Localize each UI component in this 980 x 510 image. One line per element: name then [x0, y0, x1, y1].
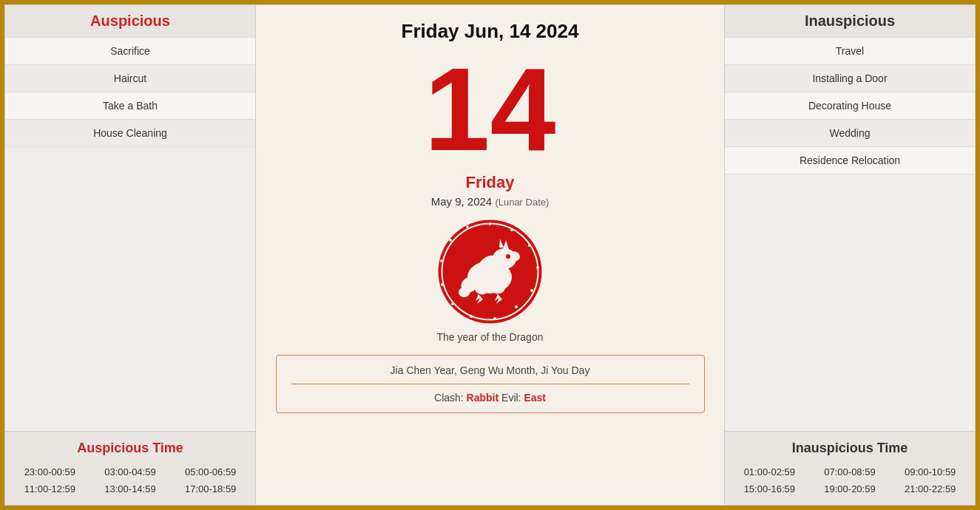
- lunar-date: May 9, 2024 (Lunar Date): [431, 195, 550, 208]
- left-panel: Auspicious SacrificeHaircutTake a BathHo…: [4, 4, 256, 506]
- inauspicious-time-grid: 01:00-02:5907:00-08:5909:00-10:5915:00-1…: [731, 465, 969, 496]
- time-cell: 03:00-04:59: [92, 465, 169, 479]
- info-line2: Clash: Rabbit Evil: East: [291, 392, 689, 404]
- svg-point-18: [510, 228, 513, 231]
- clash-value: Rabbit: [467, 392, 499, 404]
- list-item: Haircut: [5, 65, 255, 92]
- time-cell: 23:00-00:59: [11, 465, 89, 479]
- zodiac-label: The year of the Dragon: [437, 331, 544, 343]
- date-title: Friday Jun, 14 2024: [402, 20, 579, 43]
- day-name: Friday: [465, 173, 514, 192]
- auspicious-time-section: Auspicious Time 23:00-00:5903:00-04:5905…: [5, 431, 255, 505]
- time-cell: 21:00-22:59: [891, 482, 969, 496]
- svg-point-20: [536, 266, 539, 269]
- lunar-label: (Lunar Date): [495, 197, 549, 208]
- clash-label: Clash:: [434, 392, 464, 404]
- time-cell: 07:00-08:59: [811, 465, 889, 479]
- auspicious-time-grid: 23:00-00:5903:00-04:5905:00-06:5911:00-1…: [11, 465, 249, 496]
- list-item: Installing a Door: [725, 65, 975, 92]
- auspicious-header: Auspicious: [5, 5, 255, 38]
- time-cell: 19:00-20:59: [811, 482, 889, 496]
- svg-point-25: [451, 302, 454, 305]
- svg-point-12: [506, 254, 510, 259]
- inauspicious-section: Inauspicious TravelInstalling a DoorDeco…: [725, 5, 975, 431]
- svg-point-22: [515, 305, 518, 308]
- auspicious-section: Auspicious SacrificeHaircutTake a BathHo…: [5, 5, 255, 431]
- time-cell: 11:00-12:59: [11, 482, 89, 496]
- list-item: Take a Bath: [5, 92, 255, 120]
- zodiac-area: The year of the Dragon: [436, 218, 544, 343]
- time-cell: 15:00-16:59: [731, 482, 808, 496]
- list-item: Decorating House: [725, 92, 975, 120]
- svg-point-24: [470, 315, 473, 318]
- auspicious-time-header: Auspicious Time: [11, 441, 249, 456]
- inauspicious-list: TravelInstalling a DoorDecorating HouseW…: [725, 38, 975, 174]
- inauspicious-time-section: Inauspicious Time 01:00-02:5907:00-08:59…: [725, 431, 975, 505]
- svg-point-26: [441, 283, 444, 286]
- info-box: Jia Chen Year, Geng Wu Month, Ji You Day…: [276, 355, 705, 413]
- evil-value: East: [524, 392, 546, 404]
- lunar-date-value: May 9, 2024: [431, 195, 493, 208]
- svg-point-23: [493, 317, 496, 320]
- inauspicious-header: Inauspicious: [725, 5, 975, 38]
- svg-point-28: [449, 239, 452, 242]
- info-line1: Jia Chen Year, Geng Wu Month, Ji You Day: [291, 364, 689, 384]
- evil-label: Evil:: [501, 392, 521, 404]
- list-item: Wedding: [725, 120, 975, 147]
- time-cell: 17:00-18:59: [172, 482, 249, 496]
- day-number: 14: [425, 50, 556, 169]
- list-item: House Cleaning: [5, 120, 255, 147]
- svg-point-29: [466, 225, 469, 228]
- list-item: Sacrifice: [5, 38, 255, 65]
- svg-point-27: [440, 259, 443, 262]
- auspicious-list: SacrificeHaircutTake a BathHouse Cleanin…: [5, 38, 255, 147]
- time-cell: 09:00-10:59: [891, 465, 969, 479]
- zodiac-dragon-icon: [436, 218, 544, 325]
- list-item: Travel: [725, 38, 975, 65]
- time-cell: 05:00-06:59: [172, 465, 249, 479]
- svg-point-19: [528, 244, 531, 247]
- svg-point-17: [489, 222, 492, 225]
- list-item: Residence Relocation: [725, 147, 975, 174]
- svg-point-21: [530, 289, 533, 292]
- right-panel: Inauspicious TravelInstalling a DoorDeco…: [724, 4, 976, 506]
- center-panel: Friday Jun, 14 2024 14 Friday May 9, 202…: [256, 4, 724, 506]
- time-cell: 01:00-02:59: [731, 465, 808, 479]
- inauspicious-time-header: Inauspicious Time: [731, 441, 969, 456]
- time-cell: 13:00-14:59: [92, 482, 169, 496]
